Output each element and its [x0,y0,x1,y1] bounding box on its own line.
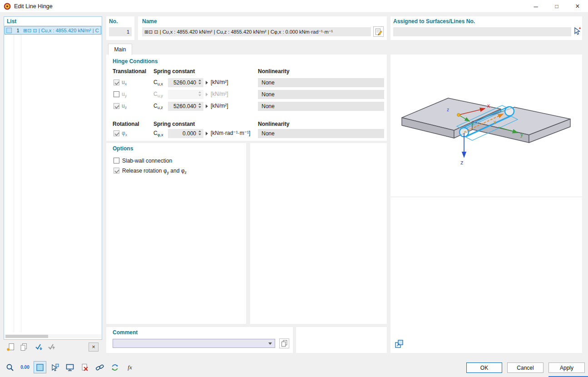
copy-hinge-button[interactable] [18,342,29,352]
spring-constant-phix-field[interactable]: 0.000 [168,129,203,138]
comment-card: Comment [106,327,293,353]
phix-label: φx [122,130,127,136]
options-card: Options Slab-wall connection Release rot… [106,143,246,324]
scrollbar-thumb[interactable] [5,335,48,338]
ok-button[interactable]: OK [466,362,502,373]
hinge-name-field[interactable]: ⊞⊡ ⊡ | Cu,x : 4855.420 kN/m² | Cu,z : 48… [142,27,371,36]
nonlinearity-header-2: Nonlinearity [258,121,289,127]
delete-list-item-button[interactable]: × [89,342,99,352]
translational-header: Translational [113,68,146,74]
hinge-conditions-card: Hinge Conditions Translational Spring co… [106,55,387,141]
y-axis-label: y [520,131,523,138]
monitor-icon [65,363,74,372]
spring-constant-uz-field[interactable]: 5260.040 [168,102,203,111]
ux-label: ux [122,79,127,85]
number-card: No. 1 [106,16,134,40]
exchange-button[interactable] [109,361,121,373]
tab-main[interactable]: Main [108,44,132,55]
z-axis-small-label: z [447,107,449,112]
comment-title: Comment [113,329,138,336]
list-grid-line [14,26,14,332]
hinge-conditions-title: Hinge Conditions [113,58,158,64]
link-button[interactable] [94,361,106,373]
spring-constant-header-2: Spring constant [153,121,195,127]
select-related-button[interactable] [49,361,61,373]
close-icon: × [575,2,579,10]
list-grid-line [21,26,21,332]
spring-constant-header: Spring constant [153,68,195,74]
decimal-places-button[interactable]: 0.00 [19,361,31,373]
hinge-number-field[interactable]: 1 [109,27,132,36]
options-title: Options [113,145,133,152]
edit-line-hinge-dialog: Edit Line Hinge ─ □ × List 1 ⊞⊡ ⊡ | Cu,x… [0,0,588,377]
spring-constant-ux-field[interactable]: 5260.040 [168,78,203,87]
phix-unit: [kNm·rad⁻¹·m⁻¹] [211,130,250,136]
uy-unit: [kN/m²] [211,91,228,97]
delete-object-button[interactable] [79,361,91,373]
no-label: No. [109,18,118,25]
row-ux: ux Cu,x 5260.040 [kN/m²] None [106,78,387,87]
phix-detail-arrow[interactable] [206,132,208,135]
uy-detail-arrow [206,93,208,96]
hinge-x-axis-label: x [494,119,496,125]
select-objects-button[interactable] [572,26,582,36]
close-button[interactable]: × [567,0,588,13]
minimize-button[interactable]: ─ [525,0,546,13]
rename-button[interactable] [373,26,384,37]
ux-spinner[interactable] [198,79,202,84]
uy-checkbox[interactable] [114,91,119,97]
copy-comment-button[interactable] [279,338,289,348]
apply-button[interactable]: Apply [548,362,585,373]
titlebar: Edit Line Hinge ─ □ × [0,0,588,13]
edit-pencil-icon [375,28,383,36]
list-toolbar: × [4,342,102,353]
uy-nonlinearity-select[interactable]: None [258,90,384,99]
hinge-3d-preview[interactable]: x x y y z z [390,55,582,195]
uncheck-all-button[interactable] [46,342,57,352]
delete-icon [80,363,89,372]
new-hinge-button[interactable] [5,342,16,352]
assigned-label: Assigned to Surfaces/Lines No. [393,18,475,25]
color-swatch-button[interactable] [34,361,46,373]
cursor-arrow-icon [50,363,59,372]
list-horizontal-scrollbar[interactable] [5,334,101,338]
app-icon [4,3,11,10]
cancel-button[interactable]: Cancel [507,362,544,373]
copy-icon [280,339,288,347]
list-item-hinge-1[interactable]: 1 ⊞⊡ ⊡ | Cu,x : 4855.420 kN/m² | C [5,26,101,35]
comment-combobox[interactable] [113,339,275,348]
expand-graphic-icon [395,339,404,348]
slab-wall-checkbox[interactable] [114,158,119,164]
phix-spinner[interactable] [198,130,202,135]
function-button[interactable]: fx [124,361,136,373]
ux-unit: [kN/m²] [211,79,228,85]
row-phix: φx Cφ,x 0.000 [kNm·rad⁻¹·m⁻¹] None [106,129,387,138]
window-title: Edit Line Hinge [14,3,53,10]
maximize-button[interactable]: □ [546,0,567,13]
name-card: Name ⊞⊡ ⊡ | Cu,x : 4855.420 kN/m² | Cu,z… [138,16,387,40]
uz-spinner[interactable] [198,103,202,108]
ux-nonlinearity-select[interactable]: None [258,78,384,87]
slab-wall-row: Slab-wall connection [106,157,246,165]
expand-graphic-button[interactable] [394,339,404,349]
find-button[interactable] [4,361,16,373]
row-uz: uz Cu,z 5260.040 [kN/m²] None [106,102,387,111]
check-arrow-icon [35,342,44,352]
uz-nonlinearity-select[interactable]: None [258,102,384,111]
show-in-graphic-button[interactable] [64,361,76,373]
release-rotation-label: Release rotation φy and φz [122,168,187,174]
cuz-label: Cu,z [153,103,163,109]
uz-unit: [kN/m²] [211,103,228,109]
uz-detail-arrow[interactable] [206,104,208,108]
check-all-button[interactable] [34,342,44,352]
uy-label: uy [122,91,127,97]
release-rotation-row: Release rotation φy and φz [106,167,246,175]
origin-node [457,114,460,117]
copy-icon [19,342,28,352]
ux-detail-arrow[interactable] [206,81,208,84]
phix-nonlinearity-select[interactable]: None [258,129,384,138]
select-arrow-icon [572,27,581,36]
graphic-divider [390,197,582,197]
chevron-down-icon [268,342,272,345]
assigned-field[interactable] [393,27,571,36]
